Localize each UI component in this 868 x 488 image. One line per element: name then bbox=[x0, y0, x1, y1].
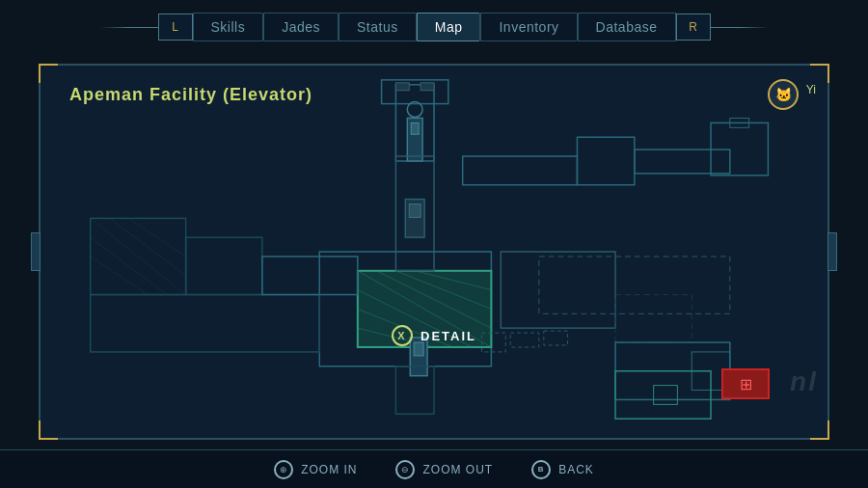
detail-key-icon: X bbox=[392, 325, 413, 346]
svg-rect-27 bbox=[186, 237, 262, 294]
nav-menu: Skills Jades Status Map Inventory Databa… bbox=[193, 13, 676, 41]
nav-database[interactable]: Database bbox=[578, 13, 676, 41]
navigation-bar: L Skills Jades Status Map Inventory Data… bbox=[0, 0, 868, 54]
svg-rect-45 bbox=[420, 83, 434, 91]
detail-key-label: X bbox=[397, 330, 406, 341]
svg-line-26 bbox=[91, 257, 148, 295]
map-container: Apeman Facility (Elevator) 🐱 Yi bbox=[0, 54, 868, 449]
bottom-bar: ⊕ ZOOM IN ⊖ ZOOM OUT B BACK bbox=[0, 449, 868, 488]
svg-rect-44 bbox=[395, 83, 409, 91]
nav-skills[interactable]: Skills bbox=[193, 13, 263, 41]
detail-label: DETAIL bbox=[420, 329, 476, 343]
nav-line-left bbox=[100, 27, 158, 28]
svg-rect-34 bbox=[501, 252, 615, 328]
svg-rect-42 bbox=[615, 371, 711, 419]
svg-line-24 bbox=[128, 218, 185, 257]
marker-icon: ⊞ bbox=[740, 375, 752, 393]
red-marker: ⊞ bbox=[721, 368, 770, 399]
svg-line-23 bbox=[109, 218, 185, 275]
right-nav-button[interactable]: R bbox=[676, 14, 711, 41]
zoom-out-icon: ⊖ bbox=[395, 460, 415, 479]
map-svg bbox=[41, 66, 827, 438]
map-frame: Apeman Facility (Elevator) 🐱 Yi bbox=[39, 64, 829, 440]
svg-rect-6 bbox=[577, 137, 634, 184]
svg-rect-43 bbox=[654, 386, 678, 405]
svg-line-22 bbox=[91, 218, 186, 294]
svg-rect-7 bbox=[635, 149, 730, 174]
svg-rect-5 bbox=[463, 156, 578, 185]
svg-rect-40 bbox=[510, 333, 539, 347]
nav-jades[interactable]: Jades bbox=[263, 13, 338, 41]
right-trigger-icon: R bbox=[689, 20, 697, 34]
zoom-in-icon: ⊕ bbox=[274, 460, 293, 479]
bracket-right bbox=[827, 232, 837, 271]
svg-line-25 bbox=[91, 237, 167, 294]
watermark: nl bbox=[790, 366, 818, 397]
nav-map[interactable]: Map bbox=[417, 13, 480, 41]
nav-inventory[interactable]: Inventory bbox=[480, 13, 576, 41]
back-icon: B bbox=[531, 460, 551, 479]
left-nav-button[interactable]: L bbox=[158, 14, 193, 41]
svg-rect-3 bbox=[411, 122, 419, 134]
nav-line-right bbox=[711, 27, 769, 28]
svg-rect-32 bbox=[409, 204, 420, 218]
svg-rect-36 bbox=[615, 295, 692, 342]
detail-button[interactable]: X DETAIL bbox=[392, 325, 476, 346]
back-action[interactable]: B BACK bbox=[531, 460, 594, 479]
zoom-out-label: ZOOM OUT bbox=[422, 463, 493, 476]
svg-rect-29 bbox=[262, 257, 358, 295]
zoom-out-action[interactable]: ⊖ ZOOM OUT bbox=[395, 460, 493, 479]
svg-rect-28 bbox=[91, 295, 320, 352]
bracket-left bbox=[31, 232, 41, 271]
svg-rect-41 bbox=[544, 331, 568, 345]
back-label: BACK bbox=[558, 463, 594, 476]
svg-rect-1 bbox=[382, 80, 448, 104]
svg-rect-35 bbox=[539, 257, 730, 313]
zoom-in-label: ZOOM IN bbox=[301, 463, 357, 476]
nav-status[interactable]: Status bbox=[339, 13, 416, 41]
left-trigger-icon: L bbox=[172, 20, 178, 34]
zoom-in-action[interactable]: ⊕ ZOOM IN bbox=[274, 460, 357, 479]
